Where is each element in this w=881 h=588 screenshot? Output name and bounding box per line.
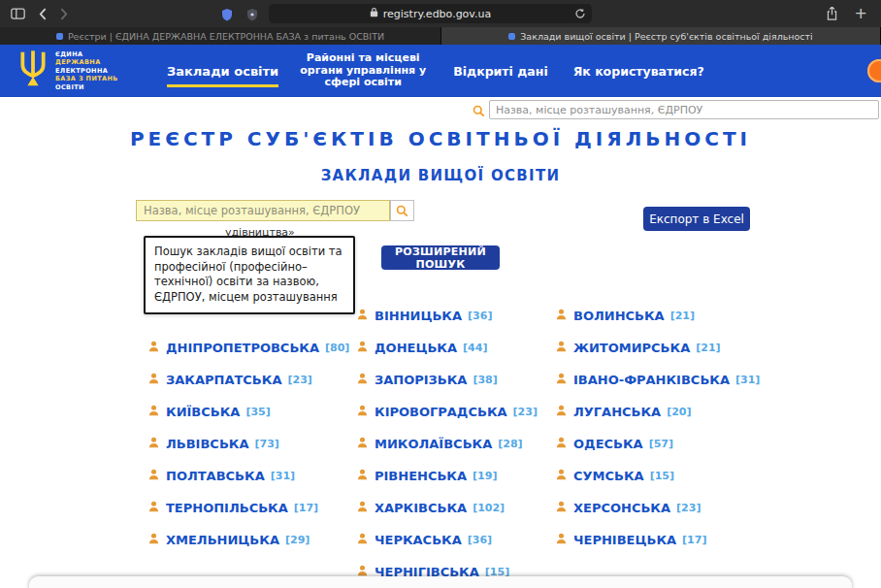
region-name: ВОЛИНСЬКА xyxy=(573,309,665,323)
region-count: [102] xyxy=(473,502,505,514)
nav-item-how-to-use[interactable]: Як користуватися? xyxy=(573,64,704,79)
region-name: ЛУГАНСЬКА xyxy=(573,405,661,419)
site-header: ЄДИНА ДЕРЖАВНА ЕЛЕКТРОННА БАЗА З ПИТАНЬ … xyxy=(0,45,881,97)
region-count: [31] xyxy=(735,374,760,386)
accessibility-button[interactable] xyxy=(867,59,881,82)
region-count: [23] xyxy=(287,374,311,386)
region-link[interactable]: РІВНЕНСЬКА[19] xyxy=(356,467,555,485)
nav-item-institutions[interactable]: Заклади освіти xyxy=(167,64,278,87)
region-link[interactable]: ДОНЕЦЬКА[44] xyxy=(356,339,555,357)
region-link[interactable]: ЛУГАНСЬКА[20] xyxy=(555,403,807,421)
extension-shield-dark-icon[interactable] xyxy=(246,7,258,25)
regions-grid: ВІННИЦЬКА[36]ВОЛИНСЬКА[21]ДНІПРОПЕТРОВСЬ… xyxy=(147,307,836,581)
header-search-strip xyxy=(0,97,881,122)
region-link[interactable]: ОДЕСЬКА[57] xyxy=(555,435,807,453)
region-count: [17] xyxy=(294,502,318,514)
region-link[interactable]: ВІННИЦЬКА[36] xyxy=(356,307,555,325)
region-name: ВІННИЦЬКА xyxy=(375,309,462,323)
region-count: [20] xyxy=(667,406,691,418)
region-link[interactable]: ДНІПРОПЕТРОВСЬКА[80] xyxy=(147,339,356,357)
region-link[interactable]: ЗАПОРІЗЬКА[38] xyxy=(356,371,555,389)
main-search-input[interactable] xyxy=(136,200,390,221)
tab-favicon xyxy=(56,33,63,40)
region-link[interactable]: ХЕРСОНСЬКА[23] xyxy=(555,499,807,517)
person-icon xyxy=(356,307,369,325)
region-link[interactable]: ТЕРНОПІЛЬСЬКА[17] xyxy=(147,499,356,517)
region-link[interactable]: ПОЛТАВСЬКА[31] xyxy=(147,467,356,485)
tab-label: Заклади вищої освіти | Реєстр суб'єктів … xyxy=(520,31,812,42)
region-link[interactable]: ЖИТОМИРСЬКА[21] xyxy=(555,339,807,357)
person-icon xyxy=(555,403,568,421)
region-name: ЧЕРКАСЬКА xyxy=(375,533,462,547)
region-link[interactable]: ЛЬВІВСЬКА[73] xyxy=(147,435,356,453)
person-icon xyxy=(356,371,369,389)
region-name: КІРОВОГРАДСЬКА xyxy=(375,405,507,419)
search-icon[interactable] xyxy=(473,103,485,121)
region-count: [57] xyxy=(649,438,673,450)
region-name: ДНІПРОПЕТРОВСЬКА xyxy=(166,341,319,355)
person-icon xyxy=(555,339,568,357)
region-name: ОДЕСЬКА xyxy=(573,437,643,451)
region-link[interactable]: ЧЕРКАСЬКА[36] xyxy=(356,531,555,549)
edbo-logo[interactable]: ЄДИНА ДЕРЖАВНА ЕЛЕКТРОННА БАЗА З ПИТАНЬ … xyxy=(17,49,155,93)
region-name: ХАРКІВСЬКА xyxy=(375,501,467,515)
reload-icon[interactable] xyxy=(574,8,586,22)
region-name: ІВАНО-ФРАНКІВСЬКА xyxy=(573,373,730,387)
region-name: ЗАКАРПАТСЬКА xyxy=(166,373,281,387)
region-link[interactable]: КИЇВСЬКА[35] xyxy=(147,403,356,421)
search-tooltip: Пошук закладів вищої освіти та професійн… xyxy=(144,236,355,314)
person-icon xyxy=(147,435,160,453)
region-name: ЧЕРНІВЕЦЬКА xyxy=(573,533,676,547)
region-count: [23] xyxy=(676,502,701,514)
tab-label: Реєстри | ЄДИНА ДЕРЖАВНА ЕЛЕКТРОННА БАЗА… xyxy=(68,31,384,42)
region-link[interactable]: ХМЕЛЬНИЦЬКА[29] xyxy=(147,531,356,549)
region-name: ТЕРНОПІЛЬСЬКА xyxy=(166,501,288,515)
region-count: [21] xyxy=(670,310,695,322)
sidebar-toggle-icon[interactable] xyxy=(4,3,32,24)
person-icon xyxy=(555,499,568,517)
region-name: МИКОЛАЇВСЬКА xyxy=(375,437,492,451)
export-excel-button[interactable]: Експорт в Excel xyxy=(643,207,750,231)
trident-icon xyxy=(17,49,49,93)
region-name: ЖИТОМИРСЬКА xyxy=(573,341,690,355)
region-link[interactable]: ЗАКАРПАТСЬКА[23] xyxy=(147,371,356,389)
region-link[interactable]: ЧЕРНІВЕЦЬКА[17] xyxy=(555,531,807,549)
person-icon xyxy=(147,467,160,485)
forward-icon[interactable] xyxy=(53,3,75,24)
region-link[interactable]: КІРОВОГРАДСЬКА[23] xyxy=(356,403,555,421)
address-text: registry.edbo.gov.ua xyxy=(383,8,491,20)
region-link[interactable]: ВОЛИНСЬКА[21] xyxy=(555,307,807,325)
region-count: [28] xyxy=(498,438,522,450)
region-count: [36] xyxy=(468,310,492,322)
person-icon xyxy=(147,403,160,421)
page-title: РЕЄСТР СУБ'ЄКТІВ ОСВІТНЬОЇ ДІЯЛЬНОСТІ xyxy=(0,127,881,150)
person-icon xyxy=(555,307,568,325)
share-icon[interactable] xyxy=(826,6,838,25)
person-icon xyxy=(356,499,369,517)
region-link[interactable]: МИКОЛАЇВСЬКА[28] xyxy=(356,435,555,453)
new-tab-icon[interactable]: + xyxy=(855,2,867,25)
region-link[interactable]: ХАРКІВСЬКА[102] xyxy=(356,499,555,517)
back-icon[interactable] xyxy=(32,3,53,24)
extension-shield-icon[interactable] xyxy=(221,7,233,25)
person-icon xyxy=(356,339,369,357)
person-icon xyxy=(356,403,369,421)
region-link[interactable]: ІВАНО-ФРАНКІВСЬКА[31] xyxy=(555,371,807,389)
region-count: [36] xyxy=(468,534,492,546)
region-count: [17] xyxy=(682,534,706,546)
region-name: КИЇВСЬКА xyxy=(166,405,240,419)
main-search-button[interactable] xyxy=(390,200,414,221)
nav-item-open-data[interactable]: Відкриті дані xyxy=(453,64,547,79)
header-search-input[interactable] xyxy=(489,100,879,119)
address-bar[interactable]: registry.edbo.gov.ua xyxy=(269,4,592,23)
person-icon xyxy=(555,531,568,549)
region-name: ЗАПОРІЗЬКА xyxy=(375,373,467,387)
tab-higher-education[interactable]: Заклади вищої освіти | Реєстр суб'єктів … xyxy=(441,27,881,45)
tab-registries[interactable]: Реєстри | ЄДИНА ДЕРЖАВНА ЕЛЕКТРОННА БАЗА… xyxy=(0,27,441,45)
region-link[interactable]: СУМСЬКА[15] xyxy=(555,467,807,485)
region-name: ДОНЕЦЬКА xyxy=(375,341,457,355)
person-icon xyxy=(356,467,369,485)
advanced-search-button[interactable]: РОЗШИРЕНИЙ ПОШУК xyxy=(381,245,500,270)
person-icon xyxy=(356,435,369,453)
nav-item-local-authorities[interactable]: Районні та місцеві органи управління у с… xyxy=(298,52,428,90)
